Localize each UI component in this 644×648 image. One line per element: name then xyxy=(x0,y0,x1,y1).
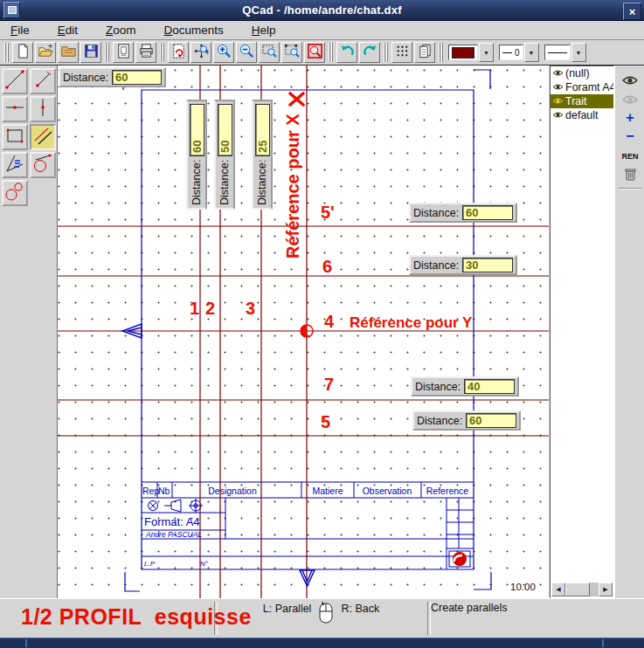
zoom-window-icon xyxy=(261,43,278,63)
menu-edit[interactable]: Edit xyxy=(51,22,85,38)
new-file-button[interactable] xyxy=(12,42,33,63)
eye-icon[interactable] xyxy=(552,81,564,93)
tool-parallel[interactable] xyxy=(30,124,56,150)
zoom-auto-button[interactable] xyxy=(190,42,211,63)
menu-documents[interactable]: Documents xyxy=(157,22,231,38)
undo-button[interactable] xyxy=(336,42,357,63)
undo-icon xyxy=(339,43,356,63)
add-layer-button[interactable]: + xyxy=(618,109,642,127)
layer-hide-all-button[interactable] xyxy=(618,92,642,109)
current-color-swatch xyxy=(452,47,474,59)
distance-input[interactable]: 40 xyxy=(464,379,515,394)
scrollbar-track[interactable] xyxy=(590,583,599,596)
save-button[interactable] xyxy=(80,42,101,63)
line-label-7: 7 xyxy=(324,375,334,395)
distance-input[interactable]: 25 xyxy=(255,104,270,156)
window-title: QCad - /home/andre/chat.dxf xyxy=(0,3,644,17)
zoom-in-button[interactable] xyxy=(213,42,234,63)
line-label-5: 5 xyxy=(321,412,330,432)
print-button[interactable] xyxy=(135,42,156,63)
delete-layer-button[interactable] xyxy=(618,167,642,184)
trash-icon xyxy=(624,167,637,185)
menu-zoom[interactable]: Zoom xyxy=(99,22,143,38)
distance-input[interactable]: 50 xyxy=(218,104,232,156)
grid-size-readout: 10.00 xyxy=(510,582,536,592)
eye-icon[interactable] xyxy=(552,67,564,79)
open-file-button[interactable] xyxy=(35,42,56,63)
remove-layer-button[interactable]: − xyxy=(618,128,642,145)
titleblock-header-designation: Designation xyxy=(208,486,257,496)
distance-label: Distance: xyxy=(256,160,268,205)
resize-notch xyxy=(602,639,604,647)
tool-line-horizontal[interactable] xyxy=(2,96,28,122)
tool-line-angle[interactable] xyxy=(30,68,56,94)
line-style-combo[interactable]: ▼ xyxy=(544,43,586,62)
reference-x-label: Référence pour X xyxy=(283,87,306,259)
window-bottom-frame[interactable] xyxy=(0,638,644,648)
line-width-combo[interactable]: 0 ▼ xyxy=(499,43,539,62)
zoom-select-button[interactable] xyxy=(281,42,302,63)
eye-icon xyxy=(622,73,638,89)
redo-button[interactable] xyxy=(359,42,380,63)
zoom-out-button[interactable] xyxy=(236,42,257,63)
chevron-down-icon[interactable]: ▼ xyxy=(571,43,586,62)
chevron-down-icon[interactable]: ▼ xyxy=(524,43,539,62)
close-button[interactable]: × xyxy=(623,3,641,20)
eye-closed-icon xyxy=(622,93,638,108)
toolbar-handle[interactable] xyxy=(160,43,164,62)
distance-label: Distance: xyxy=(413,207,459,219)
toolbar-handle[interactable] xyxy=(439,43,443,62)
eye-icon[interactable] xyxy=(552,95,564,107)
toolbar: ▼ 0 ▼ ▼ xyxy=(0,40,644,65)
layer-list-hscrollbar[interactable]: ◀ ▶ xyxy=(551,583,613,596)
eye-icon[interactable] xyxy=(552,109,564,121)
menu-help[interactable]: Help xyxy=(245,22,283,38)
tool-circle-tangent[interactable] xyxy=(30,152,56,178)
toolbar-handle[interactable] xyxy=(329,43,333,62)
right-mouse-hint: R: Back xyxy=(341,603,379,628)
toolbar-handle[interactable] xyxy=(384,43,388,62)
layer-show-all-button[interactable] xyxy=(618,72,642,90)
tool-line-2-points[interactable] xyxy=(2,68,28,94)
scrollbar-thumb[interactable] xyxy=(565,583,590,596)
distance-input[interactable]: 60 xyxy=(112,70,162,85)
scroll-left-icon[interactable]: ◀ xyxy=(551,583,565,596)
rename-layer-button[interactable]: REN xyxy=(618,148,642,165)
color-combo[interactable]: ▼ xyxy=(448,43,494,62)
line-vertical-icon xyxy=(31,96,54,122)
toolbar-handle[interactable] xyxy=(105,43,109,62)
distance-input[interactable]: 30 xyxy=(462,258,513,272)
distance-label: Distance: xyxy=(63,72,108,84)
menu-file[interactable]: File xyxy=(3,22,37,38)
layer-browser-toggle-button[interactable] xyxy=(414,42,435,63)
layer-list: (null) Foramt A4 Trait default ◀ ▶ xyxy=(550,65,614,598)
layer-item-trait[interactable]: Trait xyxy=(551,94,613,108)
divider xyxy=(619,188,641,190)
width-value: 0 xyxy=(515,48,520,58)
tool-line-vertical[interactable] xyxy=(30,96,56,122)
tool-circle-2-radius[interactable] xyxy=(2,180,28,206)
chevron-down-icon[interactable]: ▼ xyxy=(479,43,494,62)
drawing-canvas[interactable]: Rep Nb Designation Matiere Observation R… xyxy=(58,65,549,598)
line-label-5prime: 5' xyxy=(321,203,335,223)
distance-input[interactable]: 60 xyxy=(462,205,513,220)
distance-input[interactable]: 60 xyxy=(466,413,516,428)
titleblock-header-nb: Nb xyxy=(158,486,170,496)
zoom-window-button[interactable] xyxy=(259,42,280,63)
redraw-button[interactable] xyxy=(168,42,189,63)
layer-item-null[interactable]: (null) xyxy=(551,66,613,80)
layer-item-format-a4[interactable]: Foramt A4 xyxy=(551,80,613,94)
grid-toggle-button[interactable] xyxy=(391,42,412,63)
folder-icon xyxy=(60,43,77,63)
open-folder-button[interactable] xyxy=(58,42,79,63)
toolbar-handle[interactable] xyxy=(4,43,9,62)
layer-item-default[interactable]: default xyxy=(551,108,613,122)
print-preview-button[interactable] xyxy=(113,42,134,63)
distance-input[interactable]: 60 xyxy=(190,104,204,156)
tool-bisector[interactable] xyxy=(2,152,28,178)
zoom-previous-button[interactable] xyxy=(304,42,325,63)
distance-option-right-1: Distance: 60 xyxy=(409,203,517,223)
tool-rectangle[interactable] xyxy=(2,124,28,150)
scroll-right-icon[interactable]: ▶ xyxy=(599,583,613,596)
distance-label: Distance: xyxy=(415,381,460,393)
